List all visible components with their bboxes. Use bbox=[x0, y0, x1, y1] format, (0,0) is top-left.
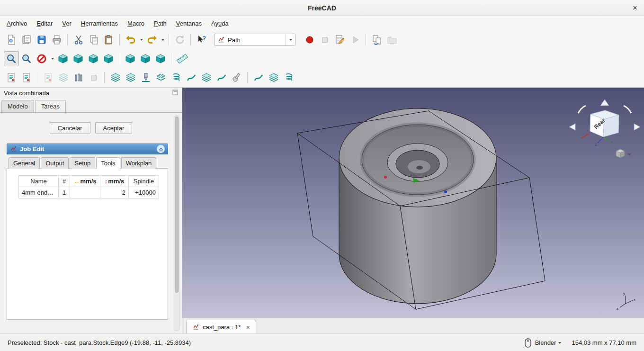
undo-dropdown-button[interactable] bbox=[138, 32, 144, 47]
macro-edit-button[interactable] bbox=[332, 32, 348, 47]
navigation-cube[interactable]: Rear Y Z bbox=[569, 99, 640, 158]
paste-button[interactable] bbox=[101, 32, 116, 47]
file-toolbar: Path bbox=[0, 30, 644, 49]
path-pocket-button[interactable] bbox=[123, 70, 138, 85]
tool-spindle-cell[interactable]: +10000 bbox=[129, 187, 159, 198]
path-simulator-button[interactable] bbox=[56, 70, 71, 85]
refresh-button[interactable] bbox=[172, 32, 188, 47]
path-array-button[interactable] bbox=[266, 70, 281, 85]
panel-float-button[interactable] bbox=[172, 90, 178, 97]
tool-vfeed-cell[interactable]: 2 bbox=[100, 187, 129, 198]
path-post-process-button[interactable] bbox=[19, 70, 34, 85]
tab-workplan[interactable]: Workplan bbox=[121, 157, 157, 169]
new-document-button[interactable] bbox=[4, 32, 19, 47]
navigation-style-selector[interactable]: Blender bbox=[535, 339, 562, 346]
tools-table-header-row: Name # ↔mm/s ↕mm/s Spindle bbox=[19, 176, 159, 187]
document-tab-label: cast_para : 1* bbox=[203, 324, 241, 331]
draw-style-dropdown-button[interactable] bbox=[49, 51, 55, 66]
tab-tools[interactable]: Tools bbox=[96, 157, 120, 169]
menu-ayuda[interactable]: Ayuda bbox=[206, 18, 233, 29]
undo-button[interactable] bbox=[123, 32, 138, 47]
path-simulate-gcode-button[interactable] bbox=[281, 70, 296, 85]
path-job-button[interactable] bbox=[4, 70, 19, 85]
vertex-marker-blue bbox=[444, 190, 447, 193]
path-drilling-button[interactable] bbox=[138, 70, 153, 85]
save-button[interactable] bbox=[34, 32, 49, 47]
tasks-scrollbar[interactable] bbox=[174, 115, 179, 331]
right-view-button[interactable] bbox=[101, 51, 116, 66]
path-3dsurface-button[interactable] bbox=[229, 70, 244, 85]
redo-dropdown-button[interactable] bbox=[160, 32, 166, 47]
tool-row[interactable]: 4mm end… 1 2 2 +10000 bbox=[19, 187, 159, 198]
document-tab-close-button[interactable]: × bbox=[246, 323, 250, 331]
menu-macro[interactable]: Macro bbox=[123, 18, 149, 29]
macro-play-button[interactable] bbox=[348, 32, 363, 47]
axonometric-view-button[interactable] bbox=[55, 51, 71, 66]
measure-button[interactable] bbox=[175, 51, 190, 66]
job-edit-header[interactable]: Job Edit bbox=[7, 144, 168, 154]
tab-general[interactable]: General bbox=[9, 157, 40, 169]
merge-project-button[interactable] bbox=[369, 32, 385, 47]
column-number[interactable]: # bbox=[59, 176, 70, 187]
macro-record-button[interactable] bbox=[302, 32, 317, 47]
print-button[interactable] bbox=[49, 32, 64, 47]
accept-button[interactable]: Aceptar bbox=[95, 122, 133, 134]
cut-button[interactable] bbox=[71, 32, 86, 47]
draw-style-button[interactable] bbox=[34, 51, 49, 66]
fit-all-button[interactable] bbox=[4, 51, 19, 66]
nav-cube-menu-button[interactable] bbox=[616, 149, 631, 158]
menu-archivo[interactable]: Archivo bbox=[2, 18, 32, 29]
tool-hfeed-cell-selected[interactable]: 2 bbox=[70, 187, 100, 198]
open-document-button[interactable] bbox=[19, 32, 34, 47]
cancel-button[interactable]: Cancelar bbox=[50, 122, 90, 134]
menu-ver[interactable]: Ver bbox=[57, 18, 76, 29]
path-inspect-button[interactable] bbox=[41, 70, 56, 85]
fit-selection-button[interactable] bbox=[19, 51, 34, 66]
top-view-button[interactable] bbox=[86, 51, 101, 66]
bottom-view-button[interactable] bbox=[138, 51, 153, 66]
tool-number-cell[interactable]: 1 bbox=[59, 187, 70, 198]
path-face-button[interactable] bbox=[153, 70, 169, 85]
path-deburr-button[interactable] bbox=[199, 70, 214, 85]
tab-modelo[interactable]: Modelo bbox=[1, 100, 34, 112]
path-sanity-button[interactable] bbox=[86, 70, 101, 85]
document-tab-active[interactable]: cast_para : 1* × bbox=[186, 320, 256, 333]
redo-button[interactable] bbox=[144, 32, 160, 47]
path-profile-button[interactable] bbox=[108, 70, 123, 85]
collapse-button[interactable] bbox=[157, 145, 165, 153]
chevron-down-icon bbox=[558, 342, 561, 344]
workbench-selector[interactable]: Path bbox=[214, 34, 295, 46]
window-close-button[interactable]: × bbox=[633, 3, 637, 13]
tab-output[interactable]: Output bbox=[41, 157, 69, 169]
tool-name-cell[interactable]: 4mm end… bbox=[19, 187, 59, 198]
copy-button[interactable] bbox=[86, 32, 101, 47]
path-engrave-icon bbox=[186, 72, 197, 83]
tab-tareas[interactable]: Tareas bbox=[35, 100, 66, 112]
left-view-button[interactable] bbox=[153, 51, 168, 66]
rear-view-button[interactable] bbox=[123, 51, 138, 66]
macro-edit-icon bbox=[334, 34, 346, 45]
path-vcarve-button[interactable] bbox=[214, 70, 229, 85]
path-compound-button[interactable] bbox=[251, 70, 266, 85]
column-spindle[interactable]: Spindle bbox=[129, 176, 159, 187]
job-edit-panel: Job Edit General Output Setup Tools Work… bbox=[7, 144, 168, 320]
scrollbar-thumb[interactable] bbox=[175, 117, 179, 293]
workbench-dropdown-button[interactable] bbox=[286, 34, 295, 45]
column-vertical-feed[interactable]: ↕mm/s bbox=[100, 176, 129, 187]
column-horizontal-feed[interactable]: ↔mm/s bbox=[70, 176, 100, 187]
front-view-button[interactable] bbox=[71, 51, 86, 66]
whats-this-button[interactable] bbox=[194, 32, 209, 47]
path-engrave-button[interactable] bbox=[184, 70, 199, 85]
tab-setup[interactable]: Setup bbox=[70, 157, 95, 169]
column-name[interactable]: Name bbox=[19, 176, 59, 187]
macro-stop-button[interactable] bbox=[317, 32, 332, 47]
menu-path[interactable]: Path bbox=[149, 18, 171, 29]
open-folder-button[interactable] bbox=[385, 32, 400, 47]
3d-viewport[interactable]: Rear Y Z bbox=[182, 88, 644, 318]
path-toolbits-button[interactable] bbox=[71, 70, 86, 85]
menu-editar[interactable]: Editar bbox=[32, 18, 57, 29]
menu-ventanas[interactable]: Ventanas bbox=[171, 18, 206, 29]
axonometric-cube-icon bbox=[57, 53, 69, 64]
path-helix-button[interactable] bbox=[169, 70, 184, 85]
menu-herramientas[interactable]: Herramientas bbox=[76, 18, 123, 29]
